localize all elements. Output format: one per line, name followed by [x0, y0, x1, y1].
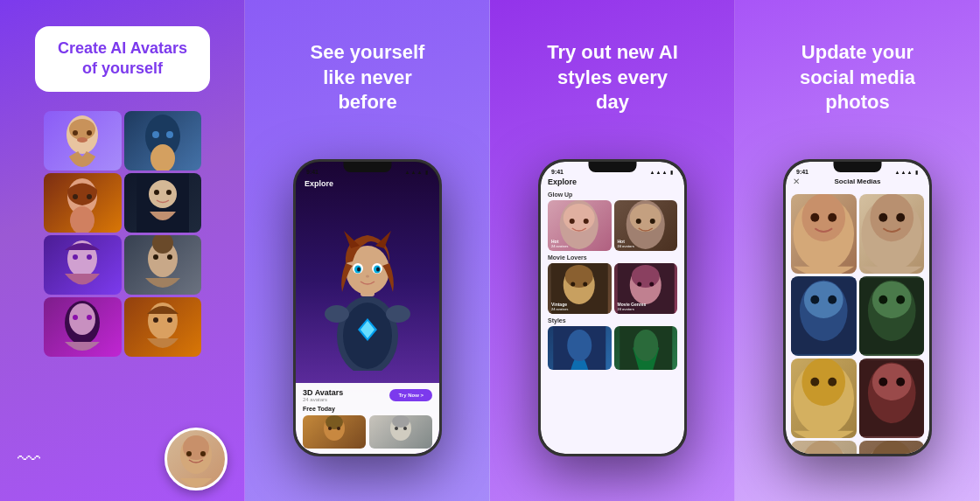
movie-genres-label: Movie Genres 24 avatars — [618, 302, 647, 311]
svg-point-8 — [166, 131, 173, 138]
svg-point-60 — [564, 204, 595, 232]
collage-cell-1 — [44, 111, 122, 170]
svg-point-24 — [167, 254, 172, 260]
try-now-button[interactable]: Try Now > — [389, 389, 432, 401]
svg-point-53 — [328, 427, 332, 430]
svg-point-4 — [77, 137, 88, 143]
svg-point-88 — [896, 213, 905, 222]
style-card-blue — [548, 326, 612, 370]
styles-label: Styles — [548, 317, 677, 324]
svg-point-31 — [167, 317, 172, 323]
collage-cell-8 — [124, 297, 202, 357]
movie-lovers-label: Movie Lovers — [548, 254, 677, 261]
headline-3-pre: Try out — [547, 41, 616, 63]
svg-point-49 — [376, 267, 380, 271]
close-button-4[interactable]: ✕ — [793, 177, 800, 186]
svg-point-65 — [635, 219, 640, 224]
svg-point-20 — [87, 254, 92, 260]
svg-point-26 — [69, 303, 95, 335]
svg-point-62 — [584, 219, 589, 224]
svg-point-23 — [153, 254, 158, 260]
social-medias-title: Social Medias — [835, 177, 881, 185]
phone-3-container: 9:41 ▲▲▲ ▮ Explore Glow Up Hot 24 avatar… — [538, 152, 687, 501]
svg-point-69 — [565, 265, 593, 288]
svg-point-83 — [810, 213, 819, 222]
social-cell-5 — [791, 358, 857, 438]
app-logo-icon: 〰 — [18, 446, 40, 473]
panel-2-headline-container: See yourself like never before — [248, 0, 486, 152]
svg-point-57 — [395, 427, 398, 430]
panel-3-headline-container: Try out new AI styles every day — [494, 0, 732, 152]
svg-point-33 — [183, 435, 209, 460]
hot-label-1: Hot 24 avatars — [551, 239, 569, 248]
glow-up-cards: Hot 24 avatars Hot 24 avatars — [548, 200, 677, 251]
panel-1-headline-container: Create AI Avatars of yourself — [4, 0, 242, 111]
svg-point-54 — [337, 427, 340, 430]
svg-point-107 — [896, 377, 905, 386]
svg-point-93 — [828, 296, 836, 304]
user-avatar-photo — [164, 428, 228, 491]
hot-label-2: Hot 24 avatars — [618, 239, 635, 248]
vintage-card: Vintage 24 avatars — [548, 263, 612, 314]
social-cell-7 — [791, 441, 857, 454]
svg-point-28 — [87, 315, 92, 320]
phone-4-container: 9:41 ▲▲▲ ▮ ✕ Social Medias — [783, 152, 932, 501]
svg-point-82 — [802, 194, 845, 241]
style-card-green — [614, 326, 678, 370]
svg-point-16 — [154, 190, 159, 195]
phone-bottom-card-2: 3D Avatars 24 avatars Try Now > Free Tod… — [296, 383, 439, 454]
svg-point-56 — [392, 415, 410, 428]
svg-point-109 — [802, 441, 845, 454]
hot-card-1: Hot 24 avatars — [548, 200, 612, 251]
svg-point-92 — [810, 296, 819, 304]
svg-point-71 — [583, 282, 587, 286]
svg-point-75 — [637, 282, 641, 286]
status-time-4: 9:41 — [796, 169, 808, 175]
svg-point-19 — [73, 254, 78, 260]
collage-cell-7 — [44, 297, 122, 357]
svg-point-12 — [87, 194, 92, 199]
svg-point-58 — [403, 427, 407, 430]
svg-point-27 — [73, 315, 78, 320]
svg-point-84 — [828, 213, 836, 222]
phone-screen-4: 9:41 ▲▲▲ ▮ ✕ Social Medias — [786, 162, 929, 454]
phone-mockup-3: 9:41 ▲▲▲ ▮ Explore Glow Up Hot 24 avatar… — [538, 159, 687, 456]
svg-point-64 — [629, 204, 661, 232]
status-time-3: 9:41 — [551, 169, 564, 175]
svg-point-50 — [366, 275, 369, 277]
svg-point-17 — [166, 190, 172, 195]
panel-try-styles: Try out new AI styles every day 9:41 ▲▲▲… — [490, 0, 735, 501]
svg-point-101 — [810, 377, 819, 386]
svg-point-96 — [872, 281, 911, 317]
svg-point-48 — [357, 267, 360, 271]
phone-2-container: 9:41 ▲▲▲ ▮ — [293, 152, 442, 501]
feature-title-2: 3D Avatars — [303, 388, 343, 397]
svg-point-102 — [828, 377, 836, 386]
phone-notch-2 — [344, 162, 392, 172]
social-media-grid — [786, 191, 929, 454]
collage-cell-4 — [124, 173, 202, 233]
explore-label-3: Explore — [548, 177, 677, 186]
panel-create-avatars: Create AI Avatars of yourself 〰 — [0, 0, 245, 501]
feature-sub-2: 24 avatars — [303, 397, 343, 402]
glow-up-label: Glow Up — [548, 191, 677, 198]
headline-box-4: Update your social media photos — [770, 28, 945, 128]
phone-screen-2: 9:41 ▲▲▲ ▮ — [296, 162, 439, 454]
character-image — [315, 196, 420, 371]
status-icons-4: ▲▲▲ ▮ — [895, 169, 919, 175]
svg-point-106 — [878, 377, 887, 386]
svg-point-61 — [570, 219, 575, 224]
svg-point-2 — [73, 130, 78, 136]
thumb-warrior — [303, 415, 366, 449]
social-cell-3 — [791, 276, 857, 356]
svg-point-34 — [186, 451, 192, 456]
headline-box-1: Create AI Avatars of yourself — [35, 26, 210, 92]
svg-point-87 — [878, 213, 887, 222]
headline-1: Create AI Avatars of yourself — [52, 38, 192, 80]
panel-see-yourself: See yourself like never before 9:41 ▲▲▲ … — [245, 0, 490, 501]
svg-point-15 — [149, 180, 177, 208]
svg-point-66 — [649, 219, 654, 224]
collage-cell-6 — [124, 235, 202, 295]
social-cell-2 — [859, 194, 925, 274]
collage-cell-2 — [124, 111, 202, 170]
